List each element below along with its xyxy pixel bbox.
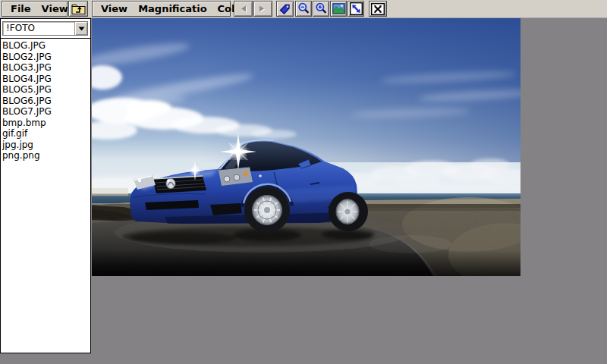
- next-arrow-icon: [258, 5, 268, 14]
- file-list-item[interactable]: BLOG7.JPG: [1, 106, 90, 118]
- sidebar: !FOTO BLOG.JPGBLOG2.JPGBLOG3.JPGBLOG4.JP…: [0, 18, 91, 353]
- file-list-item[interactable]: BLOG6.JPG: [1, 96, 90, 107]
- app-window: File View View Magnificatio Color: [0, 0, 607, 364]
- chevron-down-icon: [78, 27, 85, 31]
- close-x-icon: [371, 3, 385, 15]
- fit-to-window-button[interactable]: [348, 1, 364, 17]
- rear-wheel: [329, 192, 368, 231]
- file-list-item[interactable]: jpg.jpg: [1, 140, 90, 151]
- file-list-item[interactable]: BLOG3.JPG: [1, 62, 90, 74]
- photo-blue-car-on-beach: [92, 18, 521, 276]
- menu-view[interactable]: View: [96, 2, 133, 16]
- file-list-item[interactable]: png.png: [1, 150, 90, 162]
- menubar-file: File View: [2, 1, 68, 17]
- zoom-out-button[interactable]: [295, 1, 312, 17]
- file-list-item[interactable]: BLOG2.JPG: [1, 52, 90, 63]
- next-image-button[interactable]: [253, 1, 272, 17]
- image-view-button[interactable]: [330, 1, 347, 17]
- front-wheel: [244, 187, 290, 233]
- zoom-in-button[interactable]: [313, 1, 329, 17]
- tag-icon: [278, 2, 291, 15]
- prev-image-button[interactable]: [234, 1, 253, 17]
- file-list-item[interactable]: BLOG5.JPG: [1, 84, 90, 96]
- dropdown-arrow-button[interactable]: [74, 22, 87, 35]
- prev-arrow-icon: [238, 5, 248, 14]
- tag-button[interactable]: [276, 1, 294, 17]
- file-list-item[interactable]: BLOG4.JPG: [1, 74, 90, 85]
- zoom-in-icon: [315, 2, 328, 15]
- image-icon: [332, 3, 345, 14]
- resize-diagonal-icon: [350, 2, 363, 15]
- toolbar: File View View Magnificatio Color: [0, 0, 607, 18]
- file-list: BLOG.JPGBLOG2.JPGBLOG3.JPGBLOG4.JPGBLOG5…: [1, 38, 90, 353]
- folder-dropdown-value: !FOTO: [3, 22, 74, 35]
- image-viewer-canvas: [92, 18, 521, 276]
- menubar-view: View Magnificatio Color: [92, 1, 231, 17]
- folder-up-button[interactable]: [68, 1, 88, 17]
- menu-magnification[interactable]: Magnificatio: [133, 2, 212, 16]
- close-button[interactable]: [369, 1, 387, 17]
- file-list-item[interactable]: BLOG.JPG: [1, 40, 90, 52]
- file-list-item[interactable]: gif.gif: [1, 128, 90, 140]
- folder-dropdown[interactable]: !FOTO: [2, 21, 88, 36]
- folder-up-icon: [71, 3, 86, 15]
- file-list-item[interactable]: bmp.bmp: [1, 118, 90, 129]
- menu-file[interactable]: File: [5, 2, 36, 16]
- zoom-out-icon: [297, 2, 310, 15]
